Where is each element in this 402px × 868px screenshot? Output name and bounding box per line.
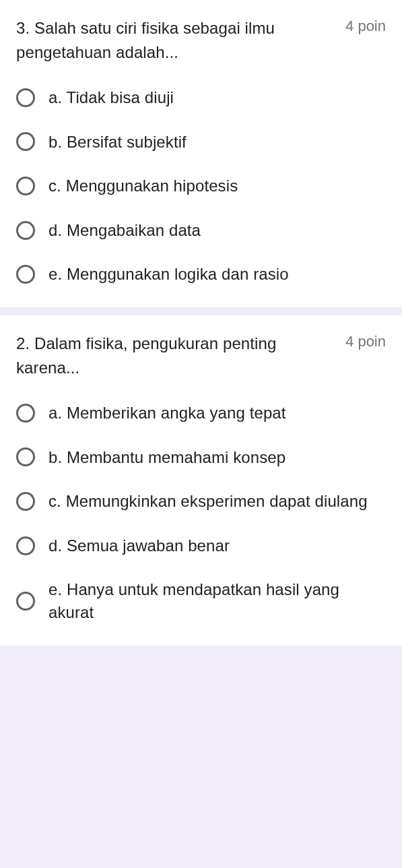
- option-c[interactable]: c. Memungkinkan eksperimen dapat diulang: [16, 490, 386, 513]
- question-header: 3. Salah satu ciri fisika sebagai ilmu p…: [16, 16, 386, 65]
- option-label: b. Membantu memahami konsep: [48, 446, 286, 469]
- radio-icon: [16, 221, 35, 240]
- option-label: d. Mengabaikan data: [48, 219, 201, 242]
- radio-icon: [16, 265, 35, 284]
- option-d[interactable]: d. Mengabaikan data: [16, 219, 386, 242]
- points-label: 4 poin: [345, 332, 386, 350]
- option-label: c. Menggunakan hipotesis: [48, 175, 238, 197]
- option-d[interactable]: d. Semua jawaban benar: [16, 534, 386, 557]
- radio-icon: [16, 404, 35, 423]
- radio-icon: [16, 592, 35, 611]
- option-label: e. Hanya untuk mendapatkan hasil yang ak…: [48, 578, 386, 623]
- options-group: a. Tidak bisa diuji b. Bersifat subjekti…: [16, 86, 386, 286]
- option-label: e. Menggunakan logika dan rasio: [48, 263, 289, 286]
- question-header: 2. Dalam fisika, pengukuran penting kare…: [16, 332, 386, 380]
- radio-icon: [16, 447, 35, 466]
- option-a[interactable]: a. Tidak bisa diuji: [16, 86, 386, 109]
- question-card-2: 2. Dalam fisika, pengukuran penting kare…: [0, 315, 402, 646]
- options-group: a. Memberikan angka yang tepat b. Memban…: [16, 402, 386, 624]
- option-label: d. Semua jawaban benar: [48, 534, 230, 557]
- option-a[interactable]: a. Memberikan angka yang tepat: [16, 402, 386, 425]
- option-label: a. Tidak bisa diuji: [48, 86, 174, 109]
- radio-icon: [16, 177, 35, 195]
- radio-icon: [16, 536, 35, 555]
- option-b[interactable]: b. Bersifat subjektif: [16, 131, 386, 154]
- option-label: b. Bersifat subjektif: [48, 131, 187, 154]
- option-label: c. Memungkinkan eksperimen dapat diulang: [48, 490, 368, 513]
- radio-icon: [16, 132, 35, 151]
- question-text: 2. Dalam fisika, pengukuran penting kare…: [16, 332, 345, 380]
- option-e[interactable]: e. Hanya untuk mendapatkan hasil yang ak…: [16, 578, 386, 623]
- question-text: 3. Salah satu ciri fisika sebagai ilmu p…: [16, 16, 345, 65]
- points-label: 4 poin: [345, 16, 386, 35]
- radio-icon: [16, 492, 35, 511]
- option-b[interactable]: b. Membantu memahami konsep: [16, 446, 386, 469]
- option-label: a. Memberikan angka yang tepat: [48, 402, 286, 425]
- radio-icon: [16, 88, 35, 107]
- question-card-1: 3. Salah satu ciri fisika sebagai ilmu p…: [0, 0, 402, 307]
- option-c[interactable]: c. Menggunakan hipotesis: [16, 175, 386, 197]
- option-e[interactable]: e. Menggunakan logika dan rasio: [16, 263, 386, 286]
